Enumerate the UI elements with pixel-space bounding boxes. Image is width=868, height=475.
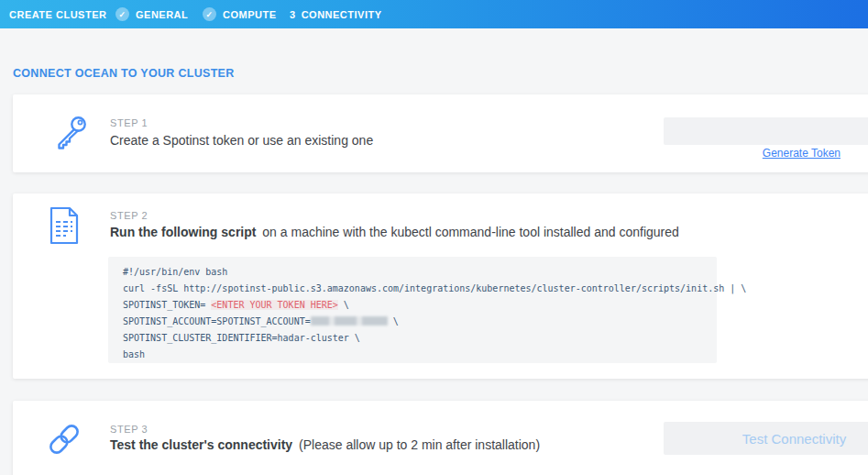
step2-title: Run the following script on a machine wi… [110,225,679,239]
chain-link-icon [44,419,84,459]
step3-label: STEP 3 [110,424,148,435]
check-circle-icon: ✓ [203,7,216,21]
tab-connectivity-label: CONNECTIVITY [302,9,382,20]
tab-connectivity-number: 3 [290,9,296,20]
tab-general-label: GENERAL [136,9,188,20]
code-line: SPOTINST_ACCOUNT=SPOTINST_ACCOUNT= \ [123,314,702,330]
step2-title-rest: on a machine with the kubectl command-li… [258,225,678,239]
step1-title: Create a Spotinst token or use an existi… [110,133,373,148]
install-script-code-block: #!/usr/bin/env bash curl -fsSL http://sp… [108,257,717,363]
generate-token-link[interactable]: Generate Token [763,147,841,160]
tab-connectivity[interactable]: 3 CONNECTIVITY [290,0,382,28]
code-line: SPOTINST_CLUSTER_IDENTIFIER=hadar-cluste… [123,330,702,347]
test-connectivity-button[interactable]: Test Connectivity [664,422,868,455]
code-line: #!/usr/bin/env bash [123,264,702,281]
step3-title-rest: (Please allow up to 2 min after installa… [295,437,540,452]
tab-general[interactable]: ✓ GENERAL [115,0,188,28]
token-input[interactable] [664,117,868,145]
code-line: SPOTINST_TOKEN= <ENTER YOUR TOKEN HERE> … [123,297,702,314]
script-file-icon [48,206,81,245]
step3-card: STEP 3 Test the cluster's connectivity (… [13,401,868,475]
step2-label: STEP 2 [110,210,148,221]
step3-title: Test the cluster's connectivity (Please … [110,437,540,452]
page-heading: CONNECT OCEAN TO YOUR CLUSTER [13,67,235,80]
step2-title-bold: Run the following script [110,225,256,239]
create-cluster-screen: CREATE CLUSTER ✓ GENERAL ✓ COMPUTE 3 CON… [0,0,868,475]
code-line: bash [123,347,702,363]
wizard-title: CREATE CLUSTER [9,0,106,28]
tab-compute[interactable]: ✓ COMPUTE [203,0,277,28]
step1-label: STEP 1 [110,117,148,128]
key-icon [52,112,91,150]
step1-card: STEP 1 Create a Spotinst token or use an… [13,94,868,172]
redacted-account-value [311,316,388,326]
step2-card: STEP 2 Run the following script on a mac… [13,193,868,379]
token-placeholder: <ENTER YOUR TOKEN HERE> [211,300,337,310]
tab-compute-label: COMPUTE [223,9,277,20]
wizard-topbar: CREATE CLUSTER ✓ GENERAL ✓ COMPUTE 3 CON… [0,0,868,28]
check-circle-icon: ✓ [115,7,129,21]
step3-title-bold: Test the cluster's connectivity [110,437,292,452]
code-line: curl -fsSL http://spotinst-public.s3.ama… [123,281,702,297]
